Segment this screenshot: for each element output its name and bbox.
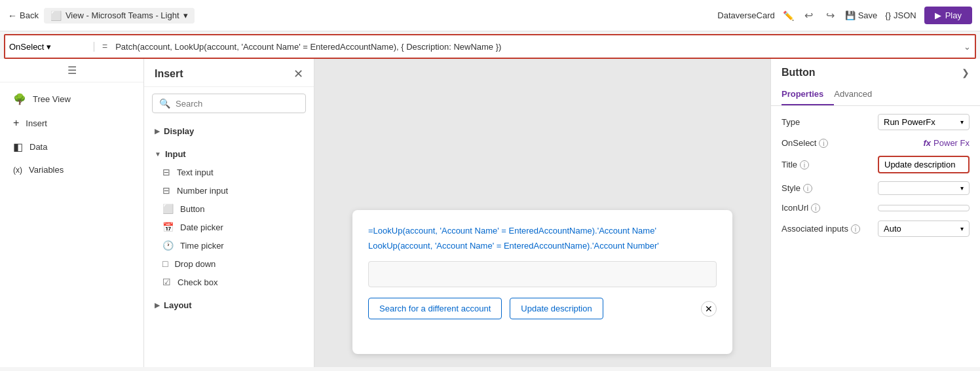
- sidebar-item-variables[interactable]: (x) Variables: [3, 160, 141, 180]
- top-bar-left: ← Back ⬜ View - Microsoft Teams - Light …: [8, 8, 712, 24]
- display-section-header[interactable]: ▶ Display: [144, 122, 314, 140]
- iconurl-prop-row: IconUrl i: [782, 203, 970, 213]
- type-prop-label: Type: [782, 117, 860, 127]
- insert-search-box[interactable]: 🔍: [152, 94, 306, 113]
- assoc-chevron-icon: ▾: [960, 225, 964, 232]
- formula-property-chevron-icon: ▾: [47, 42, 51, 52]
- layout-section: ▶ Layout: [144, 294, 314, 317]
- update-description-button[interactable]: Update description: [510, 298, 603, 319]
- input-section-label: Input: [165, 149, 186, 159]
- display-section-label: Display: [164, 126, 194, 136]
- back-button[interactable]: ← Back: [8, 10, 39, 21]
- type-chevron-icon: ▾: [960, 118, 964, 126]
- edit-icon[interactable]: ✏️: [783, 10, 794, 21]
- button-item[interactable]: ⬜ Button: [144, 200, 314, 218]
- tree-view-icon: 🌳: [13, 93, 26, 105]
- input-chevron-icon: ▼: [155, 150, 161, 158]
- title-prop-input[interactable]: Update description: [878, 156, 970, 173]
- top-bar: ← Back ⬜ View - Microsoft Teams - Light …: [0, 0, 980, 31]
- view-selector[interactable]: ⬜ View - Microsoft Teams - Light ▾: [44, 8, 195, 24]
- insert-panel-header: Insert ✕: [144, 59, 314, 87]
- insert-panel-close-button[interactable]: ✕: [293, 67, 303, 81]
- layout-section-header[interactable]: ▶ Layout: [144, 296, 314, 314]
- redo-button[interactable]: ↪: [823, 8, 837, 23]
- tab-advanced[interactable]: Advanced: [834, 84, 882, 105]
- card-close-button[interactable]: ✕: [701, 301, 717, 317]
- time-picker-item[interactable]: 🕐 Time picker: [144, 236, 314, 255]
- right-panel-chevron-icon[interactable]: ❯: [962, 67, 970, 78]
- sidebar-item-tree-view[interactable]: 🌳 Tree View: [3, 88, 141, 111]
- right-panel-header: Button ❯: [771, 59, 980, 79]
- sidebar-item-data[interactable]: ◧ Data: [3, 135, 141, 158]
- iconurl-prop-input[interactable]: [878, 205, 970, 211]
- sidebar-item-insert[interactable]: + Insert: [3, 112, 141, 134]
- formula-bar: OnSelect ▾ = ⌄: [4, 34, 976, 59]
- top-bar-right: DataverseCard ✏️ ↩ ↪ 💾 Save {} JSON ▶ Pl…: [717, 7, 972, 24]
- json-icon: {}: [885, 10, 891, 20]
- time-picker-icon: 🕐: [162, 240, 174, 251]
- sidebar-nav: 🌳 Tree View + Insert ◧ Data (x) Variable…: [0, 82, 143, 185]
- iconurl-info-icon[interactable]: i: [811, 203, 820, 213]
- play-icon: ▶: [935, 10, 941, 20]
- onselect-powerfx[interactable]: fx Power Fx: [924, 138, 970, 148]
- view-icon: ⬜: [50, 10, 62, 21]
- right-panel-properties: Type Run PowerFx ▾ OnSelect i fx Power F…: [771, 106, 980, 245]
- view-chevron-icon: ▾: [183, 10, 188, 20]
- sidebar-variables-label: Variables: [29, 165, 64, 175]
- text-input-item[interactable]: ⊟ Text input: [144, 163, 314, 181]
- drop-down-item[interactable]: □ Drop down: [144, 255, 314, 273]
- formula-equals: =: [100, 41, 110, 52]
- time-picker-label: Time picker: [180, 241, 224, 251]
- assoc-prop-label: Associated inputs i: [782, 224, 860, 234]
- dataverse-label: DataverseCard: [717, 10, 774, 20]
- title-prop-value: Update description: [884, 160, 955, 169]
- date-picker-item[interactable]: 📅 Date picker: [144, 218, 314, 236]
- style-prop-label: Style i: [782, 183, 860, 193]
- insert-panel: Insert ✕ 🔍 ▶ Display ▼ Input ⊟ Text inpu…: [144, 59, 314, 367]
- insert-search-input[interactable]: [176, 99, 299, 109]
- input-section-header[interactable]: ▼ Input: [144, 145, 314, 163]
- card-lookup-1: =LookUp(account, 'Account Name' = Entere…: [368, 226, 717, 236]
- sidebar-insert-label: Insert: [26, 118, 47, 128]
- search-account-button[interactable]: Search for a different account: [368, 298, 502, 319]
- formula-property-text: OnSelect: [9, 42, 44, 52]
- number-input-item[interactable]: ⊟ Number input: [144, 181, 314, 200]
- drop-down-icon: □: [162, 258, 168, 269]
- onselect-info-icon[interactable]: i: [819, 139, 828, 148]
- formula-input[interactable]: [115, 42, 958, 52]
- style-prop-select[interactable]: ▾: [878, 181, 970, 195]
- assoc-prop-select[interactable]: Auto ▾: [878, 221, 970, 237]
- iconurl-prop-label: IconUrl i: [782, 203, 860, 213]
- sidebar-data-label: Data: [29, 142, 47, 152]
- text-input-label: Text input: [177, 168, 214, 177]
- undo-button[interactable]: ↩: [802, 8, 816, 23]
- type-prop-select[interactable]: Run PowerFx ▾: [878, 114, 970, 130]
- formula-expand-icon[interactable]: ⌄: [964, 42, 971, 52]
- title-prop-label: Title i: [782, 160, 860, 169]
- assoc-info-icon[interactable]: i: [851, 224, 860, 234]
- button-icon: ⬜: [162, 203, 174, 214]
- formula-property-select[interactable]: OnSelect ▾: [9, 42, 94, 52]
- search-icon: 🔍: [159, 98, 170, 109]
- tab-properties[interactable]: Properties: [782, 84, 834, 105]
- style-info-icon[interactable]: i: [803, 184, 812, 193]
- json-button[interactable]: {} JSON: [885, 10, 916, 20]
- title-info-icon[interactable]: i: [800, 160, 809, 169]
- onselect-value: Power Fx: [933, 138, 970, 148]
- card-container: =LookUp(account, 'Account Name' = Entere…: [352, 210, 732, 354]
- hamburger-icon[interactable]: ☰: [67, 64, 77, 77]
- play-button[interactable]: ▶ Play: [924, 7, 972, 24]
- save-button[interactable]: 💾 Save: [845, 10, 878, 20]
- insert-icon: +: [13, 117, 19, 129]
- display-section: ▶ Display: [144, 120, 314, 143]
- json-label: JSON: [894, 10, 916, 20]
- card-input-area[interactable]: [368, 261, 717, 287]
- left-sidebar: ☰ 🌳 Tree View + Insert ◧ Data (x) Variab…: [0, 59, 144, 367]
- right-panel-tabs: Properties Advanced: [771, 84, 980, 106]
- check-box-item[interactable]: ☑ Check box: [144, 273, 314, 291]
- save-icon: 💾: [845, 10, 856, 20]
- data-icon: ◧: [13, 141, 23, 153]
- style-chevron-icon: ▾: [960, 185, 964, 192]
- variables-icon: (x): [13, 166, 22, 175]
- main-layout: ☰ 🌳 Tree View + Insert ◧ Data (x) Variab…: [0, 59, 980, 367]
